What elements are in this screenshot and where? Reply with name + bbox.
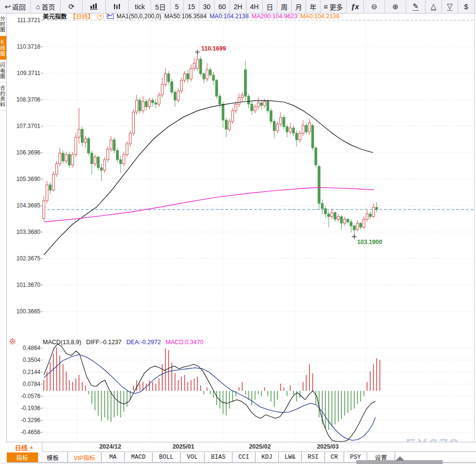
add-compare-icon[interactable]: + <box>97 13 104 20</box>
macd-axis-label: 0.0784 <box>6 381 40 387</box>
plot-layer <box>42 52 474 441</box>
low-price-annotation: 103.1900 <box>357 239 382 245</box>
toolbar-draw-button[interactable]: ✎ <box>406 0 425 13</box>
toolbar-period-5-label: 5 <box>175 3 179 11</box>
toolbar-period-60-label: 60 <box>219 3 226 11</box>
toolbar-tick-label: tick <box>135 3 145 11</box>
toolbar-back-label: 返回 <box>12 2 26 12</box>
tab-cr[interactable]: CR <box>325 452 344 463</box>
x-axis-month-label: 2025/03 <box>317 443 338 450</box>
toolbar-more-label: 更多 <box>329 2 343 12</box>
toolbar-zoom-in-button[interactable]: ⊕ <box>385 0 406 13</box>
toolbar-period-month-label: 月 <box>296 2 302 12</box>
ma-settings: MA1(50,0,200,0) <box>116 13 161 20</box>
chart-area: 111.3721110.3716109.3711108.3706107.3701… <box>0 0 476 464</box>
toolbar-zoom-out-button[interactable]: ⊖ <box>364 0 385 13</box>
tab-lw[interactable]: LW& <box>279 452 302 463</box>
tab-templates[interactable]: 模板 <box>38 452 68 463</box>
refresh-icon: ⟳ <box>68 3 75 10</box>
price-axis-label: 107.3701 <box>6 123 40 129</box>
macd-axis-label: -0.1936 <box>6 405 40 412</box>
price-axis-label: 108.3706 <box>6 96 40 103</box>
more-icon: ≡ <box>324 3 328 10</box>
fx-icon: ƒx <box>351 3 359 10</box>
tab-cci[interactable]: CCI <box>232 452 256 463</box>
tab-kdj[interactable]: KDJ <box>256 452 279 463</box>
sidebar-item-tick-chart[interactable]: 分时图 <box>0 13 6 36</box>
left-sidebar: 分时图K线图闪电图合约资料 <box>0 13 7 443</box>
toolbar-home-label: 首页 <box>42 2 55 12</box>
ma50-line <box>44 101 373 255</box>
top-toolbar: ↩返回⌂首页⟳tick5日51530602H4H日周月年≡更多ƒx⊖⊕✎△▽$ <box>0 0 476 13</box>
dea-value: DEA:-0.2972 <box>127 339 161 346</box>
triangle-down-icon: ▽ <box>447 2 453 11</box>
toolbar-more-button[interactable]: ≡更多 <box>321 0 347 13</box>
sidebar-item-kline-chart[interactable]: K线图 <box>0 36 6 60</box>
toolbar-period-day-label: 日 <box>267 2 273 12</box>
tab-bias[interactable]: BIAS <box>205 452 232 463</box>
toolbar-triangle-up-button[interactable]: △ <box>425 0 442 13</box>
period-selector-arrow-icon: ▲ <box>29 445 34 450</box>
toolbar-kline-chart-button[interactable] <box>83 0 106 13</box>
toolbar-dollar-button[interactable]: $ <box>458 0 475 13</box>
sidebar-item-lightning-chart[interactable]: 闪电图 <box>0 60 6 83</box>
period-selector-label: 日线 <box>15 443 27 452</box>
price-axis-label: 106.3696 <box>6 149 40 156</box>
toolbar-triangle-down-button[interactable]: ▽ <box>442 0 458 13</box>
toolbar-period-15-button[interactable]: 15 <box>184 0 199 13</box>
toolbar-period-2h-label: 2H <box>234 3 243 11</box>
toolbar-home-button[interactable]: ⌂首页 <box>31 0 61 13</box>
toolbar-tick-button[interactable]: tick <box>129 0 151 13</box>
toolbar-period-week-button[interactable]: 周 <box>277 0 292 13</box>
price-macd-chart[interactable] <box>0 0 476 464</box>
toolbar-back-button[interactable]: ↩返回 <box>0 0 31 13</box>
tab-boll[interactable]: BOLL <box>153 452 180 463</box>
macd-settings-icon[interactable] <box>9 337 16 347</box>
period-selector[interactable]: 日线 ▲ <box>7 442 42 452</box>
x-axis-month-label: 2024/12 <box>99 443 121 450</box>
macd-title: MACD(13,8,9) <box>43 339 81 346</box>
tab-ma[interactable]: MA <box>102 452 125 463</box>
macd-axis-label: 0.2144 <box>6 369 40 375</box>
right-edge-divider <box>474 13 475 443</box>
tab-rsi[interactable]: RSI <box>302 452 325 463</box>
toolbar-period-day-button[interactable]: 日 <box>263 0 277 13</box>
ma50-value: MA50:106.3584 <box>164 13 206 20</box>
toolbar-period-5d-button[interactable]: 5日 <box>151 0 170 13</box>
macd-axis-label: -0.0576 <box>6 393 40 400</box>
ma200-value: MA200:104.9623 <box>252 13 297 20</box>
toolbar-period-year-button[interactable]: 年 <box>306 0 321 13</box>
price-axis-label: 104.3685 <box>6 202 40 209</box>
macd-axis-label: -0.3296 <box>6 417 40 424</box>
diff-value: DIFF:-0.1237 <box>86 339 122 346</box>
toolbar-period-5d-label: 5日 <box>155 2 166 12</box>
tab-macd[interactable]: MACD <box>125 452 153 463</box>
macd-legend: MACD(13,8,9) DIFF:-0.1237 DEA:-0.2972 MA… <box>43 339 204 346</box>
ma0-value-blue: MA0:104.2138 <box>209 13 248 20</box>
toolbar-period-4h-button[interactable]: 4H <box>246 0 263 13</box>
tab-vol[interactable]: VOL <box>180 452 205 463</box>
toolbar-refresh-button[interactable]: ⟳ <box>61 0 83 13</box>
x-axis-month-label: 2025/01 <box>172 443 194 450</box>
toolbar-period-60-button[interactable]: 60 <box>215 0 230 13</box>
price-axis-label: 111.3721 <box>6 17 40 24</box>
price-axis-label: 100.3665 <box>6 308 40 315</box>
pencil-icon: ✎ <box>412 2 419 11</box>
high-price-annotation: 110.1699 <box>201 45 226 52</box>
ma0-value-orange: MA0:104.2138 <box>300 13 339 20</box>
dollar-icon: $ <box>464 3 468 10</box>
toolbar-period-5-button[interactable]: 5 <box>170 0 184 13</box>
scrollbar-grip-icon[interactable] <box>396 456 404 461</box>
triangle-up-icon: △ <box>431 2 437 11</box>
toolbar-period-2h-button[interactable]: 2H <box>230 0 246 13</box>
price-axis-label: 101.3670 <box>6 282 40 288</box>
sidebar-item-contract-info[interactable]: 合约资料 <box>0 82 6 111</box>
toolbar-fx-button[interactable]: ƒx <box>347 0 364 13</box>
horizontal-scrollbar[interactable] <box>356 460 443 464</box>
toolbar-period-month-button[interactable]: 月 <box>292 0 306 13</box>
toolbar-period-30-button[interactable]: 30 <box>199 0 215 13</box>
toolbar-volume-button[interactable] <box>106 0 129 13</box>
tab-vip-indicators[interactable]: VIP指标 <box>68 452 102 463</box>
kline-chart-icon <box>90 3 99 10</box>
tab-indicators[interactable]: 指标 <box>7 452 38 463</box>
